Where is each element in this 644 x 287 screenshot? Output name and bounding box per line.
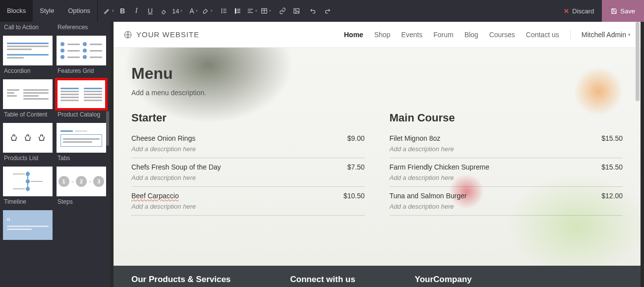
- text-color-icon[interactable]: A▾: [187, 4, 199, 18]
- svg-point-2: [222, 10, 222, 11]
- save-button[interactable]: Save: [602, 0, 644, 22]
- block-accordion[interactable]: [3, 36, 53, 65]
- italic-icon[interactable]: I: [130, 4, 142, 18]
- block-label: Table of Content: [3, 109, 53, 121]
- menu-item[interactable]: Farm Friendly Chicken Supreme$15.50 Add …: [390, 160, 623, 187]
- bullet-list-icon[interactable]: [218, 4, 230, 18]
- block-label: Features Grid: [57, 65, 106, 77]
- canvas-scrollbar[interactable]: [636, 22, 640, 101]
- menu-item[interactable]: Chefs Fresh Soup of the Day$7.50 Add a d…: [131, 160, 365, 187]
- menu-item[interactable]: Cheese Onion Rings$9.00 Add a descriptio…: [131, 131, 365, 158]
- svg-point-0: [222, 9, 222, 9]
- redo-icon[interactable]: [321, 4, 333, 18]
- nav-events[interactable]: Events: [401, 31, 422, 39]
- block-features-grid[interactable]: [57, 36, 106, 65]
- close-icon: ✕: [564, 7, 569, 15]
- nav-forum[interactable]: Forum: [433, 31, 453, 39]
- menu-item-desc[interactable]: Add a description here: [390, 203, 623, 210]
- pencil-icon[interactable]: ▾: [103, 4, 115, 18]
- menu-item[interactable]: Tuna and Salmon Burger$12.00 Add a descr…: [390, 189, 623, 216]
- svg-rect-18: [294, 8, 299, 13]
- site-brand[interactable]: YOUR WEBSITE: [123, 30, 199, 39]
- menu-item-desc[interactable]: Add a description here: [131, 174, 365, 181]
- discard-button[interactable]: ✕ Discard: [556, 0, 602, 22]
- menu-item-desc[interactable]: Add a description here: [390, 174, 623, 181]
- block-label: Product Catalog: [57, 109, 106, 121]
- editor-toolbar: Blocks Style Options ▾ B I U 14▾ A▾ ▾ 12…: [0, 0, 644, 22]
- footer-col-company[interactable]: YourCompany: [415, 275, 472, 285]
- menu-item-price[interactable]: $15.50: [601, 163, 623, 171]
- blocks-sidebar: Call to Action References Accordion Feat…: [0, 22, 110, 287]
- nav-home[interactable]: Home: [344, 31, 363, 39]
- block-steps[interactable]: 1-2-3: [57, 167, 106, 196]
- block-timeline[interactable]: [3, 167, 53, 196]
- menu-subtitle[interactable]: Add a menu description.: [131, 89, 623, 97]
- highlight-color-icon[interactable]: ▾: [201, 4, 213, 18]
- menu-item-price[interactable]: $12.00: [601, 192, 623, 200]
- eraser-icon[interactable]: [158, 4, 170, 18]
- menu-item-name[interactable]: Filet Mignon 8oz: [390, 134, 441, 142]
- footer-col-products[interactable]: Our Products & Services: [131, 275, 231, 285]
- block-label: Call to Action: [3, 22, 53, 34]
- svg-point-4: [222, 12, 222, 13]
- chevron-down-icon: ▾: [628, 32, 631, 37]
- nav-courses[interactable]: Courses: [489, 31, 515, 39]
- block-label: Products List: [3, 153, 53, 165]
- link-icon[interactable]: [277, 4, 289, 18]
- menu-item-desc[interactable]: Add a description here: [131, 145, 365, 153]
- svg-point-23: [26, 187, 30, 191]
- menu-item-price[interactable]: $7.50: [347, 163, 364, 171]
- menu-item-price[interactable]: $9.00: [347, 134, 364, 142]
- image-icon[interactable]: [291, 4, 302, 18]
- block-toc[interactable]: [3, 79, 53, 109]
- underline-icon[interactable]: U: [144, 4, 156, 18]
- menu-item-name[interactable]: Tuna and Salmon Burger: [390, 192, 467, 200]
- block-quote[interactable]: “: [3, 210, 53, 240]
- svg-text:3: 3: [235, 12, 236, 14]
- svg-point-22: [26, 179, 30, 183]
- nav-divider: [570, 30, 571, 39]
- menu-block[interactable]: Menu Add a menu description. Starter Che…: [114, 48, 641, 266]
- menu-item-name[interactable]: Cheese Onion Rings: [131, 134, 195, 142]
- menu-item-name[interactable]: Farm Friendly Chicken Supreme: [390, 163, 490, 171]
- website-canvas: YOUR WEBSITE Home Shop Events Forum Blog…: [114, 22, 641, 287]
- font-size-selector[interactable]: 14▾: [172, 4, 182, 18]
- block-label: Tabs: [57, 153, 106, 165]
- nav-contact[interactable]: Contact us: [526, 31, 559, 39]
- menu-item-price[interactable]: $15.50: [601, 134, 623, 142]
- menu-item[interactable]: Filet Mignon 8oz$15.50 Add a description…: [390, 131, 623, 158]
- table-icon[interactable]: ▾: [260, 4, 272, 18]
- menu-col-heading[interactable]: Starter: [131, 112, 365, 124]
- tab-options[interactable]: Options: [61, 0, 97, 22]
- tab-style[interactable]: Style: [33, 0, 61, 22]
- block-label: Timeline: [3, 196, 53, 208]
- menu-column-starter: Starter Cheese Onion Rings$9.00 Add a de…: [131, 112, 365, 218]
- block-label: Accordion: [3, 65, 53, 77]
- menu-item[interactable]: Beef Carpaccio$10.50 Add a description h…: [131, 189, 365, 216]
- menu-col-heading[interactable]: Main Course: [390, 112, 623, 124]
- align-icon[interactable]: ▾: [246, 4, 258, 18]
- svg-point-19: [295, 10, 296, 11]
- block-tabs[interactable]: [57, 123, 106, 153]
- site-header: YOUR WEBSITE Home Shop Events Forum Blog…: [114, 22, 641, 48]
- tab-blocks[interactable]: Blocks: [0, 0, 33, 22]
- nav-blog[interactable]: Blog: [465, 31, 478, 39]
- menu-item-name[interactable]: Beef Carpaccio: [131, 192, 179, 200]
- menu-item-desc[interactable]: Add a description here: [131, 203, 365, 210]
- user-menu[interactable]: Mitchell Admin▾: [582, 31, 631, 39]
- sidebar-scrollbar[interactable]: [106, 111, 109, 146]
- menu-item-price[interactable]: $10.50: [344, 192, 365, 200]
- block-label: Steps: [57, 196, 106, 208]
- block-product-catalog[interactable]: [57, 79, 106, 109]
- undo-icon[interactable]: [307, 4, 319, 18]
- block-products-list[interactable]: [3, 123, 53, 153]
- footer-col-connect[interactable]: Connect with us: [290, 275, 355, 285]
- bold-icon[interactable]: B: [117, 4, 128, 18]
- menu-title[interactable]: Menu: [131, 64, 623, 83]
- menu-item-desc[interactable]: Add a description here: [390, 145, 623, 153]
- numbered-list-icon[interactable]: 123: [232, 4, 244, 18]
- nav-shop[interactable]: Shop: [374, 31, 391, 39]
- site-footer: Our Products & Services Connect with us …: [114, 266, 641, 287]
- menu-item-name[interactable]: Chefs Fresh Soup of the Day: [131, 163, 221, 171]
- globe-icon: [123, 30, 132, 39]
